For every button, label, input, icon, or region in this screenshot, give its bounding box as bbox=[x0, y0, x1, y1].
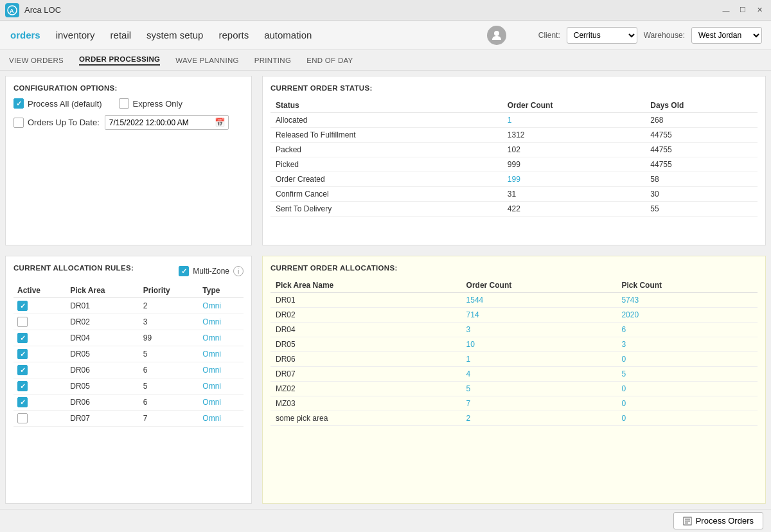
active-cell[interactable] bbox=[13, 411, 66, 427]
table-row: DR05103 bbox=[270, 337, 758, 352]
active-checkbox[interactable] bbox=[17, 413, 28, 423]
pick-area-cell: DR05 bbox=[66, 378, 139, 395]
order-status-title: CURRENT ORDER STATUS: bbox=[270, 84, 758, 92]
priority-cell: 3 bbox=[139, 314, 199, 330]
active-cell[interactable] bbox=[13, 298, 66, 314]
process-all-label: Process All (default) bbox=[28, 99, 102, 109]
days-old-cell: 55 bbox=[645, 202, 758, 217]
pick-area-cell: DR01 bbox=[66, 298, 139, 314]
date-input[interactable] bbox=[105, 116, 211, 129]
table-row: Picked99944755 bbox=[270, 157, 758, 172]
priority-cell: 2 bbox=[139, 298, 199, 314]
warehouse-label: Warehouse: bbox=[644, 31, 685, 40]
status-col-header: Status bbox=[270, 98, 502, 113]
orders-up-to-date-checkbox[interactable] bbox=[13, 118, 24, 128]
table-row: MZ0370 bbox=[270, 396, 758, 411]
sub-nav-wave-planning[interactable]: WAVE PLANNING bbox=[175, 57, 238, 64]
days-old-cell: 30 bbox=[645, 187, 758, 202]
sub-nav-view-orders[interactable]: VIEW ORDERS bbox=[9, 57, 64, 64]
priority-cell: 7 bbox=[139, 411, 199, 427]
nav-item-automation[interactable]: automation bbox=[263, 27, 313, 43]
user-avatar[interactable] bbox=[487, 26, 506, 45]
pick-area-cell: DR05 bbox=[66, 346, 139, 362]
order-count-cell: 3 bbox=[461, 323, 617, 337]
pick-area-name-col-header: Pick Area Name bbox=[270, 278, 461, 293]
client-select[interactable]: Cerritus bbox=[567, 27, 637, 44]
active-checkbox[interactable] bbox=[17, 317, 28, 327]
type-col-header: Type bbox=[199, 283, 244, 298]
table-row: DR027142020 bbox=[270, 308, 758, 323]
order-count-cell: 31 bbox=[502, 187, 646, 202]
nav-item-system-setup[interactable]: system setup bbox=[145, 27, 204, 43]
pick-area-name-cell: MZ03 bbox=[270, 396, 461, 411]
main-content: CONFIGURATION OPTIONS: Process All (defa… bbox=[0, 71, 771, 509]
pick-area-cell: DR04 bbox=[66, 330, 139, 346]
orders-up-to-date-checkbox-item[interactable]: Orders Up To Date: bbox=[13, 118, 100, 128]
pick-area-name-cell: DR04 bbox=[270, 323, 461, 337]
order-alloc-panel: CURRENT ORDER ALLOCATIONS: Pick Area Nam… bbox=[262, 256, 766, 504]
pick-area-col-header: Pick Area bbox=[66, 283, 139, 298]
nav-item-retail[interactable]: retail bbox=[109, 27, 133, 43]
active-cell[interactable] bbox=[13, 362, 66, 378]
pick-area-cell: DR06 bbox=[66, 362, 139, 378]
minimize-button[interactable]: — bbox=[720, 4, 732, 17]
nav-item-reports[interactable]: reports bbox=[217, 27, 250, 43]
sub-nav-order-processing[interactable]: ORDER PROCESSING bbox=[79, 55, 160, 66]
table-row: DR066Omni bbox=[13, 362, 244, 378]
pick-count-cell: 0 bbox=[616, 411, 758, 426]
alloc-rules-title: CURRENT ALLOCATION RULES: bbox=[13, 264, 134, 272]
status-cell: Packed bbox=[270, 143, 502, 157]
nav-item-inventory[interactable]: inventory bbox=[55, 27, 96, 43]
orders-up-to-date-row: Orders Up To Date: 📅 bbox=[13, 115, 244, 130]
order-count-cell: 1 bbox=[502, 113, 646, 128]
process-all-checkbox-item[interactable]: Process All (default) bbox=[13, 98, 102, 109]
active-checkbox[interactable] bbox=[17, 397, 28, 407]
order-count-cell: 4 bbox=[461, 367, 617, 382]
order-count-cell: 1544 bbox=[461, 293, 617, 308]
active-checkbox[interactable] bbox=[17, 381, 28, 391]
active-cell[interactable] bbox=[13, 314, 66, 330]
info-icon[interactable]: i bbox=[233, 266, 244, 276]
active-checkbox[interactable] bbox=[17, 349, 28, 359]
type-cell: Omni bbox=[199, 314, 244, 330]
pick-area-name-cell: DR07 bbox=[270, 367, 461, 382]
close-button[interactable]: ✕ bbox=[753, 4, 766, 17]
process-all-checkbox[interactable] bbox=[13, 98, 24, 109]
sub-nav-end-of-day[interactable]: END OF DAY bbox=[306, 57, 353, 64]
priority-cell: 6 bbox=[139, 395, 199, 411]
table-row: DR0499Omni bbox=[13, 330, 244, 346]
type-cell: Omni bbox=[199, 411, 244, 427]
active-checkbox[interactable] bbox=[17, 301, 28, 311]
app-icon: A bbox=[5, 3, 19, 17]
active-cell[interactable] bbox=[13, 395, 66, 411]
type-cell: Omni bbox=[199, 346, 244, 362]
status-table: Status Order Count Days Old Allocated126… bbox=[270, 98, 758, 217]
order-count-cell: 5 bbox=[461, 382, 617, 396]
active-cell[interactable] bbox=[13, 346, 66, 362]
pick-count-cell: 5 bbox=[616, 367, 758, 382]
multizone-checkbox[interactable] bbox=[179, 266, 189, 276]
type-cell: Omni bbox=[199, 330, 244, 346]
pick-count-cell: 0 bbox=[616, 396, 758, 411]
priority-cell: 5 bbox=[139, 378, 199, 395]
sub-nav-printing[interactable]: PRINTING bbox=[254, 57, 291, 64]
active-cell[interactable] bbox=[13, 330, 66, 346]
process-orders-button[interactable]: Process Orders bbox=[673, 512, 763, 529]
maximize-button[interactable]: ☐ bbox=[736, 4, 749, 17]
active-cell[interactable] bbox=[13, 378, 66, 395]
calendar-icon[interactable]: 📅 bbox=[211, 116, 228, 129]
table-row: Confirm Cancel3130 bbox=[270, 187, 758, 202]
order-alloc-title: CURRENT ORDER ALLOCATIONS: bbox=[270, 264, 758, 272]
table-row: DR077Omni bbox=[13, 411, 244, 427]
active-checkbox[interactable] bbox=[17, 333, 28, 343]
active-checkbox[interactable] bbox=[17, 365, 28, 375]
priority-cell: 5 bbox=[139, 346, 199, 362]
warehouse-select[interactable]: West Jordan bbox=[691, 27, 762, 44]
express-only-checkbox[interactable] bbox=[119, 98, 129, 109]
express-only-checkbox-item[interactable]: Express Only bbox=[119, 98, 182, 109]
nav-item-orders[interactable]: orders bbox=[9, 27, 42, 43]
config-panel: CONFIGURATION OPTIONS: Process All (defa… bbox=[5, 76, 252, 245]
date-input-wrap: 📅 bbox=[105, 115, 229, 130]
rules-table-wrap: Active Pick Area Priority Type DR012Omni… bbox=[13, 283, 244, 427]
pick-area-name-cell: DR05 bbox=[270, 337, 461, 352]
